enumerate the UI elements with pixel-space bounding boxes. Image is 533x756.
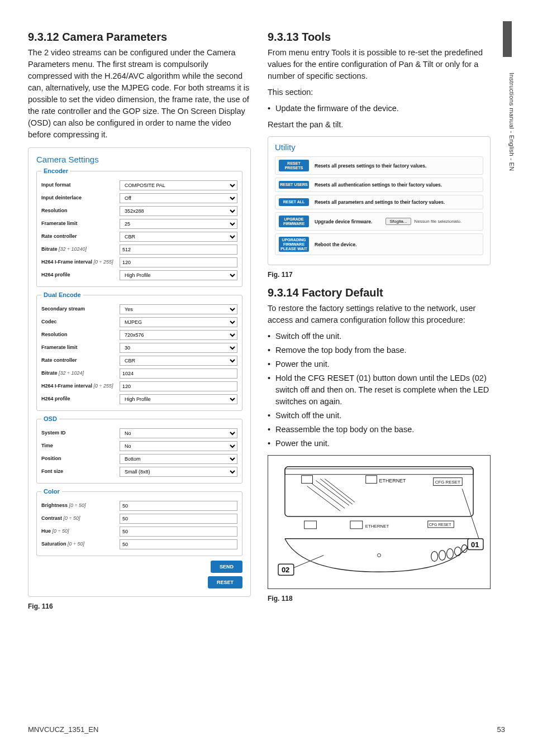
input-contrast[interactable] [120, 514, 237, 524]
sel-codec[interactable]: MJPEG [120, 317, 237, 327]
sel-font-size[interactable]: Small (8x8) [120, 467, 237, 477]
right-column: 9.3.13 Tools From menu entry Tools it is… [268, 31, 505, 610]
upgrading-firmware-button[interactable]: UPGRADING FIRMWARE PLEASE WAIT [279, 237, 309, 252]
upgrade-firmware-button[interactable]: UPGRADE FIRMWARE [279, 216, 309, 227]
factory-bullet-2: Remove the top body from the base. [268, 344, 491, 356]
svg-line-4 [316, 481, 349, 506]
svg-rect-1 [285, 469, 473, 475]
color-group: Color Brightness [0 ÷ 50] Contrast [0 ÷ … [36, 488, 242, 556]
reset-all-button[interactable]: RESET ALL [279, 198, 309, 206]
tools-para1: From menu entry Tools it is possible to … [268, 47, 491, 82]
svg-point-23 [378, 554, 381, 557]
send-button[interactable]: SEND [211, 561, 242, 573]
lbl-hue: Hue [0 ÷ 50] [41, 528, 120, 534]
upgrading-firmware-desc: Reboot the device. [315, 242, 357, 247]
lbl-enc-ratectl: Rate controller [41, 233, 120, 239]
heading-tools: 9.3.13 Tools [268, 31, 491, 44]
lbl-enc-resolution: Resolution [41, 208, 120, 213]
reset-users-desc: Resets all authentication settings to th… [315, 182, 442, 188]
lbl-position: Position [41, 456, 120, 461]
side-vertical-text: Instructions manual - English - EN [508, 73, 515, 171]
sel-dual-ratectl[interactable]: CBR [120, 356, 237, 366]
footer-doc-code: MNVCUCZ_1351_EN [28, 725, 98, 734]
sel-input-deinterlace[interactable]: Off [120, 193, 237, 203]
svg-line-27 [462, 489, 479, 539]
lbl-dual-iframe: H264 I-Frame interval [0 ÷ 255] [41, 383, 120, 389]
lbl-input-format: Input format [41, 182, 120, 188]
sel-enc-profile[interactable]: High Profile [120, 270, 237, 280]
sel-dual-resolution[interactable]: 720x576 [120, 330, 237, 340]
no-file-label: Nessun file selezionato. [415, 219, 462, 224]
lbl-dual-ratectl: Rate controller [41, 357, 120, 363]
utility-title: Utility [275, 142, 483, 152]
svg-rect-8 [366, 476, 377, 484]
svg-text:01: 01 [471, 540, 479, 549]
input-dual-bitrate[interactable] [120, 369, 237, 379]
lbl-enc-framerate: Framerate limit [41, 221, 120, 226]
sel-secondary-stream[interactable]: Yes [120, 304, 237, 314]
factory-bullet-4: Hold the CFG RESET (01) button down unti… [268, 372, 491, 408]
side-tab-mark [503, 21, 512, 57]
lbl-input-deinterlace: Input deinterlace [41, 195, 120, 200]
camera-parameters-description: The 2 video streams can be configured un… [28, 47, 251, 141]
dual-encode-legend: Dual Encode [41, 291, 83, 298]
camera-settings-title: Camera Settings [36, 155, 242, 164]
lbl-dual-framerate: Framerate limit [41, 344, 120, 350]
svg-text:ETHERNET: ETHERNET [365, 524, 389, 529]
color-legend: Color [41, 488, 62, 495]
lbl-enc-iframe: H264 I-Frame interval [0 ÷ 255] [41, 259, 120, 265]
sel-time[interactable]: No [120, 441, 237, 451]
sel-dual-framerate[interactable]: 30 [120, 343, 237, 353]
device-diagram: ETHERNET CFG RESET ETHERNET CFG RESET [268, 455, 491, 589]
input-brightness[interactable] [120, 501, 237, 511]
sel-enc-framerate[interactable]: 25 [120, 219, 237, 229]
osd-group: OSD System IDNo TimeNo PositionBottom Fo… [36, 415, 242, 484]
sel-enc-resolution[interactable]: 352x288 [120, 206, 237, 216]
page-footer: MNVCUCZ_1351_EN 53 [28, 725, 505, 734]
input-hue[interactable] [120, 527, 237, 537]
camera-settings-panel: Camera Settings Encoder Input formatCOMP… [28, 147, 251, 597]
encoder-legend: Encoder [41, 168, 70, 174]
lbl-enc-profile: H264 profile [41, 272, 120, 277]
input-saturation[interactable] [120, 539, 237, 549]
svg-line-5 [320, 479, 353, 505]
heading-camera-parameters: 9.3.12 Camera Parameters [28, 31, 251, 44]
lbl-contrast: Contrast [0 ÷ 50] [41, 515, 120, 521]
svg-point-20 [446, 549, 453, 559]
browse-button[interactable]: Sfoglia... [386, 218, 411, 225]
svg-text:CFG RESET: CFG RESET [429, 523, 451, 527]
left-column: 9.3.12 Camera Parameters The 2 video str… [28, 31, 251, 610]
reset-presets-button[interactable]: RESET PRESETS [279, 160, 309, 171]
lbl-enc-bitrate: Bitrate [32 ÷ 10240] [41, 246, 120, 252]
svg-rect-0 [285, 467, 473, 516]
fig-118-caption: Fig. 118 [268, 595, 491, 602]
factory-bullet-7: Power the unit. [268, 438, 491, 449]
sel-enc-ratectl[interactable]: CBR [120, 232, 237, 242]
factory-bullet-1: Switch off the unit. [268, 331, 491, 342]
factory-default-para: To restore the factory settings relative… [268, 303, 491, 326]
factory-bullet-5: Switch off the unit. [268, 410, 491, 422]
reset-users-button[interactable]: RESET USERS [279, 181, 309, 189]
encoder-group: Encoder Input formatCOMPOSITE PAL Input … [36, 168, 242, 287]
sel-position[interactable]: Bottom [120, 454, 237, 464]
input-enc-bitrate[interactable] [120, 245, 237, 255]
lbl-saturation: Saturation [0 ÷ 50] [41, 541, 120, 547]
lbl-font-size: Font size [41, 468, 120, 474]
input-dual-iframe[interactable] [120, 381, 237, 391]
lbl-brightness: Brightness [0 ÷ 50] [41, 503, 120, 508]
lbl-system-id: System ID [41, 430, 120, 436]
reset-button[interactable]: RESET [208, 576, 242, 588]
reset-presets-desc: Resets all presets settings to their fac… [315, 163, 426, 169]
input-enc-iframe[interactable] [120, 257, 237, 267]
lbl-time: Time [41, 443, 120, 448]
sel-dual-profile[interactable]: High Profile [120, 394, 237, 404]
lbl-dual-resolution: Resolution [41, 332, 120, 337]
sel-system-id[interactable]: No [120, 428, 237, 438]
svg-line-3 [312, 484, 345, 509]
dual-encode-group: Dual Encode Secondary streamYes CodecMJP… [36, 291, 242, 411]
utility-panel: Utility RESET PRESETS Resets all presets… [268, 136, 491, 265]
svg-line-2 [307, 486, 341, 511]
factory-bullet-3: Power the unit. [268, 358, 491, 370]
sel-input-format[interactable]: COMPOSITE PAL [120, 180, 237, 190]
fig-116-caption: Fig. 116 [28, 602, 251, 610]
